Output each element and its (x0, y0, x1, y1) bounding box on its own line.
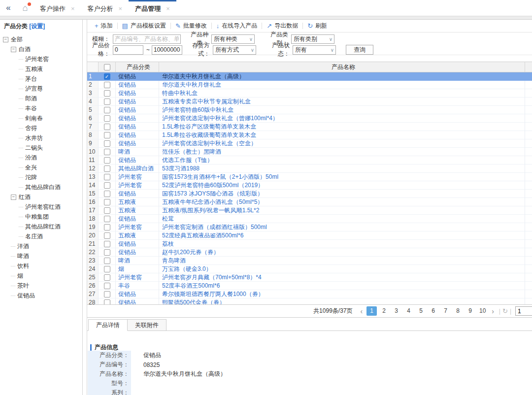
table-row[interactable]: 2促销品华尔道夫中秋月饼礼盒 (87, 81, 532, 89)
sidebar-item-白酒[interactable]: −白酒 (0, 44, 82, 54)
page-button-6[interactable]: 6 (428, 306, 438, 316)
product-name-cell[interactable]: 万宝路（硬金3.0） (159, 265, 525, 273)
product-name-cell[interactable]: 华尔道夫中秋月饼礼盒（高级） (159, 72, 525, 81)
sidebar-item-郎酒[interactable]: 郎酒 (0, 94, 82, 103)
row-checkbox[interactable] (104, 191, 110, 197)
table-row[interactable]: 27促销品希尔顿斯坦德西餐厅两人餐1000（券） (87, 290, 532, 298)
row-checkbox[interactable] (104, 99, 110, 105)
select-all-checkbox[interactable] (104, 64, 110, 70)
product-name-cell[interactable]: 国窖1573生肖酒杯牛+鼠（2+1小酒版）50ml (159, 173, 525, 181)
detail-tab-产品详情[interactable]: 产品详情 (88, 319, 128, 331)
row-checkbox[interactable]: ✓ (104, 73, 110, 80)
sidebar-item-全部[interactable]: −全部 (0, 34, 82, 44)
table-row[interactable]: 16五粮液五粮液牛年纪念酒小酒礼盒（50ml*5） (87, 198, 532, 206)
table-row[interactable]: 20五粮液52度经典五粮液品鉴酒500ml*6 (87, 231, 532, 240)
row-checkbox[interactable] (104, 115, 110, 122)
sidebar-item-洋酒[interactable]: 洋酒 (0, 241, 82, 251)
row-checkbox[interactable] (104, 90, 110, 97)
next-page-icon[interactable]: › (489, 307, 497, 315)
page-button-5[interactable]: 5 (416, 306, 426, 316)
product-name-cell[interactable]: 泸州老窖特曲60版中秋礼盒 (159, 106, 525, 114)
tab-客户操作[interactable]: 客户操作× (33, 0, 81, 16)
toolbar-button-刷新[interactable]: ↻刷新 (303, 22, 332, 30)
sidebar-item-泸州老窖红酒[interactable]: 泸州老窖红酒 (0, 202, 82, 212)
sidebar-item-烟[interactable]: 烟 (0, 271, 82, 281)
row-checkbox[interactable] (104, 107, 110, 113)
row-checkbox[interactable] (104, 249, 110, 256)
row-checkbox[interactable] (104, 274, 110, 281)
page-button-3[interactable]: 3 (391, 306, 401, 316)
page-button-4[interactable]: 4 (403, 306, 414, 316)
table-row[interactable]: 28促销品熙聚德500代金券（券） (87, 298, 532, 304)
product-name-cell[interactable]: 荔枝 (159, 240, 525, 248)
sidebar-item-啤酒[interactable]: 啤酒 (0, 251, 82, 261)
page-button-7[interactable]: 7 (440, 306, 451, 316)
product-name-cell[interactable]: 优选工作服（T恤） (159, 156, 525, 165)
row-checkbox[interactable] (104, 207, 110, 214)
tree-collapse-icon[interactable]: − (3, 37, 8, 42)
table-row[interactable]: 26丰谷52度丰谷酒王500ml*6 (87, 282, 532, 290)
row-checkbox[interactable] (104, 283, 110, 289)
sidebar-item-二锅头[interactable]: 二锅头 (0, 143, 82, 153)
page-jump-input[interactable] (515, 306, 532, 316)
category-settings-link[interactable]: [设置] (29, 23, 45, 30)
row-checkbox[interactable] (104, 174, 110, 180)
sidebar-item-茶叶[interactable]: 茶叶 (0, 281, 82, 291)
product-name-cell[interactable]: 希尔顿斯坦德西餐厅两人餐1000（券） (159, 290, 525, 298)
table-row[interactable]: 11促销品优选工作服（T恤） (87, 156, 532, 165)
table-row[interactable]: 18促销品松茸 (87, 215, 532, 223)
category-select[interactable]: 所有类别 ∨ (291, 34, 334, 44)
close-icon[interactable]: × (119, 5, 123, 12)
product-name-cell[interactable]: 青岛啤酒 (159, 257, 525, 265)
row-checkbox[interactable] (104, 299, 110, 305)
table-row[interactable]: 1✓促销品华尔道夫中秋月饼礼盒（高级） (87, 72, 532, 81)
toolbar-button-添加[interactable]: +添加 (90, 22, 117, 30)
product-name-cell[interactable]: 1.5L希拉谷产区级葡萄酒单支装木盒 (159, 123, 525, 131)
price-min-input[interactable] (113, 45, 143, 55)
sidebar-item-五粮液[interactable]: 五粮液 (0, 64, 82, 74)
search-button[interactable]: 查询 (346, 45, 373, 55)
row-checkbox[interactable] (104, 182, 110, 189)
sidebar-item-丰谷[interactable]: 丰谷 (0, 103, 82, 113)
pager-refresh-icon[interactable]: ↻ (502, 307, 508, 315)
close-icon[interactable]: × (166, 5, 170, 12)
toolbar-button-导出数据[interactable]: ↗导出数据 (262, 22, 302, 30)
row-checkbox[interactable] (104, 124, 110, 130)
product-name-cell[interactable]: 国窖1573 冰JOYS随心酒器（炫彩版） (159, 190, 525, 198)
table-row[interactable]: 9促销品泸州老窖优选定制中秋礼盒（空盒） (87, 139, 532, 148)
collapse-sidebar-icon[interactable]: « (0, 0, 17, 16)
product-name-cell[interactable]: 熙聚德500代金券（券） (159, 298, 525, 304)
row-checkbox[interactable] (104, 132, 110, 138)
product-name-cell[interactable]: 1.5L希拉谷收藏级葡萄酒单支装木盒 (159, 131, 525, 139)
product-name-cell[interactable]: 泸州老窖岁月典藏（70ml+50ml*8）*4 (159, 273, 525, 282)
product-name-cell[interactable]: 52度丰谷酒王500ml*6 (159, 282, 525, 290)
sidebar-item-剑南春[interactable]: 剑南春 (0, 113, 82, 123)
row-checkbox[interactable] (104, 258, 110, 264)
row-checkbox[interactable] (104, 157, 110, 164)
close-icon[interactable]: × (71, 5, 75, 12)
toolbar-button-批量修改[interactable]: ✎批量修改 (171, 22, 211, 30)
kind-select[interactable]: 所有种类 ∨ (211, 34, 255, 44)
sidebar-item-饮料[interactable]: 饮料 (0, 261, 82, 271)
tree-collapse-icon[interactable]: − (11, 195, 16, 200)
table-row[interactable]: 6促销品泸州老窖优选定制中秋礼盒（曾娜100ml*4） (87, 114, 532, 123)
toolbar-button-在线导入产品[interactable]: ↓在线导入产品 (212, 22, 262, 30)
page-button-10[interactable]: 10 (477, 306, 488, 316)
row-checkbox[interactable] (104, 82, 110, 88)
sidebar-item-其他品牌白酒[interactable]: 其他品牌白酒 (0, 182, 82, 192)
sidebar-item-促销品[interactable]: 促销品 (0, 291, 82, 300)
sidebar-item-汾酒[interactable]: 汾酒 (0, 153, 82, 163)
table-row[interactable]: 21促销品荔枝 (87, 240, 532, 248)
product-name-cell[interactable]: 赵牛扒200元券（券） (159, 248, 525, 257)
product-name-cell[interactable]: 泸州老窖优选定制中秋礼盒（空盒） (159, 139, 525, 148)
table-row[interactable]: 17五粮液五粮液/氛围系列/祝君一帆风顺1.5L*2 (87, 206, 532, 215)
product-name-cell[interactable]: 五粮液专卖店中秋节专属定制礼盒 (159, 98, 525, 106)
table-row[interactable]: 3促销品特曲中秋礼盒 (87, 89, 532, 98)
product-name-cell[interactable]: 52度泸州老窖特曲60版500ml（2019） (159, 181, 525, 190)
table-row[interactable]: 7促销品1.5L希拉谷产区级葡萄酒单支装木盒 (87, 123, 532, 131)
price-max-input[interactable] (152, 45, 182, 55)
product-name-cell[interactable]: 特曲中秋礼盒 (159, 89, 525, 98)
row-checkbox[interactable] (104, 199, 110, 205)
table-row[interactable]: 22促销品赵牛扒200元券（券） (87, 248, 532, 257)
row-checkbox[interactable] (104, 165, 110, 172)
